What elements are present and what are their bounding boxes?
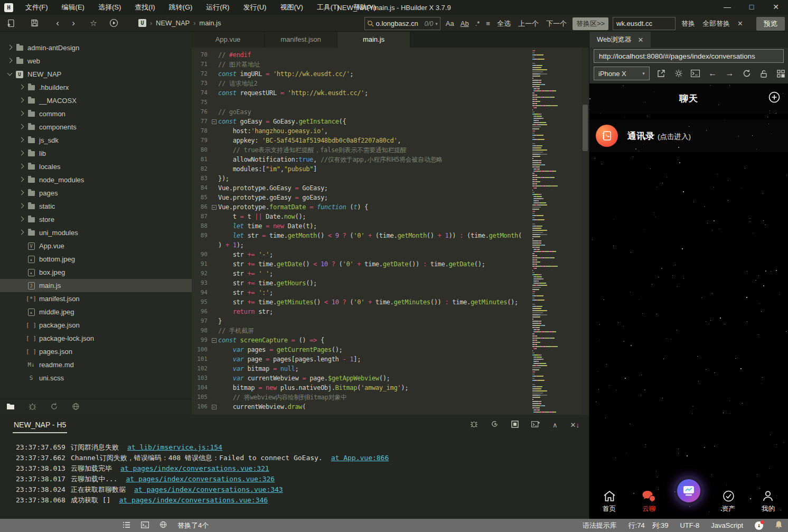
code-line[interactable]: 98// 手机截屏 [192,326,589,335]
code-line[interactable]: 90 str += '-'; [192,250,589,259]
cursor-col[interactable]: 列:39 [652,521,668,529]
minimap[interactable] [532,50,581,415]
editor-tab-main.js[interactable]: main.js [337,32,410,48]
source-link[interactable]: at pages/index/conversations.vue:321 [120,464,269,472]
code-line[interactable]: 70// #endif [192,50,589,60]
menu-item-8[interactable]: 工具(T) [310,0,346,15]
center-logo-icon[interactable] [673,475,704,506]
tree-item-bottom.jpeg[interactable]: ▴bottom.jpeg [0,253,192,266]
code-line[interactable]: 92 str += ' '; [192,269,589,278]
tree-item-NEW_NAP[interactable]: UNEW_NAP [0,68,192,81]
whole-word-button[interactable]: Ab [459,20,470,27]
tree-item-pages[interactable]: pages [0,186,192,200]
code-line[interactable]: 83}); [192,174,589,183]
terminal-icon[interactable] [141,521,149,530]
search-history-dropdown-icon[interactable]: ▾ [435,21,438,26]
tree-item-main.js[interactable]: Jmain.js [0,279,192,292]
contacts-entry-row[interactable]: 通讯录(点击进入) [589,119,788,152]
tree-item-middle.jpeg[interactable]: ▴middle.jpeg [0,305,192,319]
find-next-button[interactable]: 下一个 [545,19,568,29]
sync-view-icon[interactable] [50,403,58,412]
editor-tab-App.vue[interactable]: App.vue [192,32,265,48]
replace-zone-toggle[interactable]: 替换区>> [573,17,608,30]
save-button[interactable] [26,16,42,30]
tree-item-.hbuilderx[interactable]: .hbuilderx [0,81,192,94]
code-line[interactable]: 103 var currentWebview = page.$getAppWeb… [192,374,589,383]
code-line[interactable]: 75 [192,98,589,107]
search-box[interactable]: 0/0 ▾ [364,17,440,30]
code-line[interactable]: 89 let str = time.getMonth() < 9 ? ('0' … [192,231,589,240]
chevron-right-icon[interactable] [18,85,24,90]
code-line[interactable]: 74const requestURL = 'http://wk.eusdt.cc… [192,88,589,98]
phone-preview[interactable]: 聊天 通讯录(点击进入) 首页 云聊 [589,83,788,519]
chevron-right-icon[interactable] [18,111,24,116]
code-line[interactable]: 97} [192,316,589,326]
source-link[interactable]: at pages/index/conversations.vue:326 [126,475,275,483]
close-button[interactable]: ✕ [764,0,788,15]
chevron-right-icon[interactable] [18,137,24,143]
tab-assets[interactable]: 资产 [709,490,748,519]
devtools-console-icon[interactable] [690,70,700,77]
close-find-button[interactable]: ✕ [736,20,745,27]
fold-icon[interactable]: − [212,338,217,343]
breadcrumb-file[interactable]: main.js [199,19,221,27]
code-line[interactable]: 96 return str; [192,307,589,316]
code-line[interactable]: 99−const screenCapture = () => { [192,335,589,345]
menu-item-4[interactable]: 跳转(G) [162,0,200,15]
browser-refresh-icon[interactable] [742,69,752,78]
console-tab[interactable]: NEW_NAP - H5 [13,416,67,433]
tree-item-store[interactable]: store [0,213,192,226]
code-line[interactable]: 79 appkey: 'BC-5af4541af51948bdb0c0a8f22… [192,136,589,145]
editor-tab-manifest.json[interactable]: manifest.json [265,32,337,48]
tree-item-pages.json[interactable]: [ ]pages.json [0,345,192,358]
code-line[interactable]: 91 str += time.getDate() < 10 ? ('0' + t… [192,259,589,269]
code-line[interactable]: 93 str += time.getHours(); [192,278,589,288]
tree-item-App.vue[interactable]: VApp.vue [0,239,192,253]
language-mode-status[interactable]: JavaScript [711,521,743,529]
code-line[interactable]: 88 let time = new Date(t); [192,221,589,231]
menu-item-0[interactable]: 文件(F) [18,0,55,15]
replace-box[interactable] [613,17,676,30]
select-all-button[interactable]: 全选 [495,19,512,29]
browser-tab[interactable]: Web浏览器 ✕ [589,32,651,48]
unlock-icon[interactable] [758,70,768,78]
code-line[interactable]: 101 var page = pages[pages.length - 1]; [192,354,589,364]
tree-item-web[interactable]: web [0,54,192,68]
outline-icon[interactable] [123,521,130,530]
menu-item-1[interactable]: 编辑(E) [55,0,91,15]
tab-home[interactable]: 首页 [589,490,629,519]
new-console-icon[interactable] [531,421,540,430]
chevron-right-icon[interactable] [18,217,24,222]
browser-tab-close-icon[interactable]: ✕ [638,36,644,44]
match-case-button[interactable]: Aa [445,20,455,27]
tab-me[interactable]: 我的 [748,490,788,519]
chevron-right-icon[interactable] [7,45,12,50]
editor-scrollbar[interactable] [581,48,589,415]
update-download-icon[interactable]: ↓ [755,521,763,530]
web-view-icon[interactable] [72,403,80,412]
tree-item-uni_modules[interactable]: uni_modules [0,226,192,239]
menu-item-6[interactable]: 发行(U) [236,0,273,15]
tab-center-logo[interactable] [669,475,708,519]
code-line[interactable]: 77−const goEasy = GoEasy.getInstance({ [192,117,589,126]
debug-console-icon[interactable] [470,420,478,430]
back-button[interactable]: ‹ [50,16,65,30]
code-line[interactable]: 80 // true表示支持通知栏提醒，false则表示不需要通知栏提醒 [192,145,589,155]
menu-item-9[interactable]: 帮助(Y) [346,0,382,15]
restart-icon[interactable] [491,420,499,430]
fold-icon[interactable]: − [212,205,217,210]
preview-button[interactable]: 预览 [756,17,785,31]
code-line[interactable]: 87 t = t || Date.now(); [192,212,589,221]
find-previous-button[interactable]: 上一个 [517,19,540,29]
bookmark-star-icon[interactable]: ☆ [86,16,101,30]
tree-item-js_sdk[interactable]: js_sdk [0,134,192,147]
source-link[interactable]: at App.vue:866 [331,454,389,462]
forward-button[interactable]: › [65,16,81,30]
tree-item-package.json[interactable]: [ ]package.json [0,319,192,332]
code-line[interactable]: ) + 1); [192,240,589,250]
address-bar[interactable] [594,49,784,63]
network-icon[interactable] [160,521,167,530]
new-file-button[interactable] [3,16,19,30]
chevron-right-icon[interactable] [18,124,24,129]
code-line[interactable]: 82 modules:["im","pubsub"] [192,164,589,174]
